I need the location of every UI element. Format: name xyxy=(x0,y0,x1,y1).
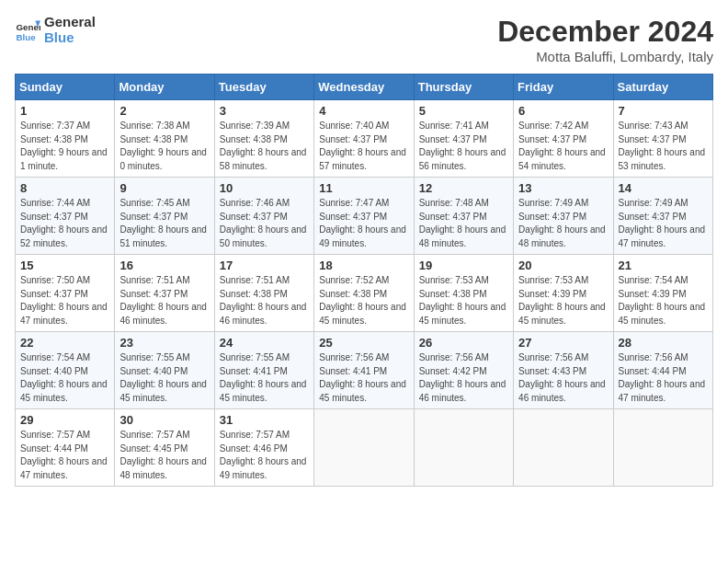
svg-text:Blue: Blue xyxy=(16,31,36,41)
weekday-header: Saturday xyxy=(613,75,712,100)
day-info: Sunrise: 7:45 AMSunset: 4:37 PMDaylight:… xyxy=(119,197,209,250)
header: General Blue General Blue December 2024 … xyxy=(15,15,713,64)
day-info: Sunrise: 7:38 AMSunset: 4:38 PMDaylight:… xyxy=(119,120,209,173)
calendar-week-row: 29Sunrise: 7:57 AMSunset: 4:44 PMDayligh… xyxy=(16,409,713,487)
calendar-cell: 26Sunrise: 7:56 AMSunset: 4:42 PMDayligh… xyxy=(414,332,513,409)
calendar-week-row: 8Sunrise: 7:44 AMSunset: 4:37 PMDaylight… xyxy=(16,178,713,255)
day-number: 23 xyxy=(119,336,209,350)
day-info: Sunrise: 7:56 AMSunset: 4:42 PMDaylight:… xyxy=(419,351,508,405)
day-number: 30 xyxy=(119,413,209,427)
logo-general: General xyxy=(44,15,96,30)
day-info: Sunrise: 7:54 AMSunset: 4:39 PMDaylight:… xyxy=(619,274,708,327)
day-number: 22 xyxy=(20,336,109,350)
location-title: Motta Baluffi, Lombardy, Italy xyxy=(497,49,713,64)
calendar-week-row: 1Sunrise: 7:37 AMSunset: 4:38 PMDaylight… xyxy=(16,100,713,178)
day-number: 25 xyxy=(319,336,408,350)
day-info: Sunrise: 7:48 AMSunset: 4:37 PMDaylight:… xyxy=(419,197,508,250)
calendar-cell: 6Sunrise: 7:42 AMSunset: 4:37 PMDaylight… xyxy=(514,100,613,178)
day-info: Sunrise: 7:41 AMSunset: 4:37 PMDaylight:… xyxy=(419,120,508,173)
day-number: 12 xyxy=(419,181,508,195)
calendar-cell: 4Sunrise: 7:40 AMSunset: 4:37 PMDaylight… xyxy=(314,100,414,178)
calendar-cell: 8Sunrise: 7:44 AMSunset: 4:37 PMDaylight… xyxy=(16,178,115,255)
weekday-header: Tuesday xyxy=(214,75,313,100)
day-number: 21 xyxy=(619,259,708,272)
day-number: 26 xyxy=(419,336,508,350)
calendar-cell: 24Sunrise: 7:55 AMSunset: 4:41 PMDayligh… xyxy=(214,332,313,409)
day-info: Sunrise: 7:44 AMSunset: 4:37 PMDaylight:… xyxy=(20,197,109,250)
calendar-cell: 18Sunrise: 7:52 AMSunset: 4:38 PMDayligh… xyxy=(314,255,414,332)
day-info: Sunrise: 7:50 AMSunset: 4:37 PMDaylight:… xyxy=(20,274,109,327)
calendar-week-row: 22Sunrise: 7:54 AMSunset: 4:40 PMDayligh… xyxy=(16,332,713,409)
day-number: 9 xyxy=(119,181,209,195)
day-info: Sunrise: 7:51 AMSunset: 4:37 PMDaylight:… xyxy=(119,274,209,327)
day-info: Sunrise: 7:54 AMSunset: 4:40 PMDaylight:… xyxy=(20,351,109,405)
day-info: Sunrise: 7:40 AMSunset: 4:37 PMDaylight:… xyxy=(319,120,408,173)
day-info: Sunrise: 7:55 AMSunset: 4:40 PMDaylight:… xyxy=(119,351,209,405)
day-info: Sunrise: 7:56 AMSunset: 4:44 PMDaylight:… xyxy=(619,351,708,405)
day-number: 18 xyxy=(319,259,408,272)
calendar-cell: 27Sunrise: 7:56 AMSunset: 4:43 PMDayligh… xyxy=(514,332,613,409)
day-number: 29 xyxy=(20,413,109,427)
day-number: 14 xyxy=(619,181,708,195)
day-info: Sunrise: 7:55 AMSunset: 4:41 PMDaylight:… xyxy=(220,351,309,405)
calendar-cell: 29Sunrise: 7:57 AMSunset: 4:44 PMDayligh… xyxy=(16,409,115,487)
day-info: Sunrise: 7:56 AMSunset: 4:41 PMDaylight:… xyxy=(319,351,408,405)
day-info: Sunrise: 7:53 AMSunset: 4:38 PMDaylight:… xyxy=(419,274,508,327)
day-info: Sunrise: 7:57 AMSunset: 4:46 PMDaylight:… xyxy=(220,429,309,482)
calendar-cell: 25Sunrise: 7:56 AMSunset: 4:41 PMDayligh… xyxy=(314,332,414,409)
calendar-table: SundayMondayTuesdayWednesdayThursdayFrid… xyxy=(15,74,713,487)
day-number: 3 xyxy=(220,104,309,118)
day-number: 10 xyxy=(220,181,309,195)
day-number: 28 xyxy=(619,336,708,350)
day-number: 17 xyxy=(220,259,309,272)
title-area: December 2024 Motta Baluffi, Lombardy, I… xyxy=(497,15,713,64)
calendar-cell: 10Sunrise: 7:46 AMSunset: 4:37 PMDayligh… xyxy=(214,178,313,255)
logo-blue: Blue xyxy=(44,30,96,46)
day-info: Sunrise: 7:57 AMSunset: 4:45 PMDaylight:… xyxy=(119,429,209,482)
day-info: Sunrise: 7:49 AMSunset: 4:37 PMDaylight:… xyxy=(518,197,608,250)
calendar-cell: 31Sunrise: 7:57 AMSunset: 4:46 PMDayligh… xyxy=(214,409,313,487)
calendar-cell: 21Sunrise: 7:54 AMSunset: 4:39 PMDayligh… xyxy=(613,255,712,332)
weekday-header: Thursday xyxy=(414,75,513,100)
logo: General Blue General Blue xyxy=(15,15,96,45)
calendar-cell: 11Sunrise: 7:47 AMSunset: 4:37 PMDayligh… xyxy=(314,178,414,255)
day-number: 7 xyxy=(619,104,708,118)
day-number: 13 xyxy=(518,181,608,195)
day-info: Sunrise: 7:47 AMSunset: 4:37 PMDaylight:… xyxy=(319,197,408,250)
calendar-cell: 23Sunrise: 7:55 AMSunset: 4:40 PMDayligh… xyxy=(115,332,214,409)
calendar-cell: 5Sunrise: 7:41 AMSunset: 4:37 PMDaylight… xyxy=(414,100,513,178)
day-number: 5 xyxy=(419,104,508,118)
calendar-cell: 17Sunrise: 7:51 AMSunset: 4:38 PMDayligh… xyxy=(214,255,313,332)
calendar-cell: 19Sunrise: 7:53 AMSunset: 4:38 PMDayligh… xyxy=(414,255,513,332)
calendar-week-row: 15Sunrise: 7:50 AMSunset: 4:37 PMDayligh… xyxy=(16,255,713,332)
weekday-header: Sunday xyxy=(16,75,115,100)
weekday-header: Friday xyxy=(514,75,613,100)
calendar-cell: 1Sunrise: 7:37 AMSunset: 4:38 PMDaylight… xyxy=(16,100,115,178)
day-number: 6 xyxy=(518,104,608,118)
day-number: 11 xyxy=(319,181,408,195)
calendar-cell xyxy=(314,409,414,487)
calendar-cell xyxy=(414,409,513,487)
calendar-cell: 15Sunrise: 7:50 AMSunset: 4:37 PMDayligh… xyxy=(16,255,115,332)
day-number: 31 xyxy=(220,413,309,427)
calendar-cell: 7Sunrise: 7:43 AMSunset: 4:37 PMDaylight… xyxy=(613,100,712,178)
calendar-cell: 9Sunrise: 7:45 AMSunset: 4:37 PMDaylight… xyxy=(115,178,214,255)
calendar-cell xyxy=(613,409,712,487)
calendar-cell: 12Sunrise: 7:48 AMSunset: 4:37 PMDayligh… xyxy=(414,178,513,255)
day-info: Sunrise: 7:43 AMSunset: 4:37 PMDaylight:… xyxy=(619,120,708,173)
day-info: Sunrise: 7:51 AMSunset: 4:38 PMDaylight:… xyxy=(220,274,309,327)
day-number: 15 xyxy=(20,259,109,272)
day-info: Sunrise: 7:42 AMSunset: 4:37 PMDaylight:… xyxy=(518,120,608,173)
day-number: 24 xyxy=(220,336,309,350)
day-number: 8 xyxy=(20,181,109,195)
weekday-header: Monday xyxy=(115,75,214,100)
calendar-cell: 30Sunrise: 7:57 AMSunset: 4:45 PMDayligh… xyxy=(115,409,214,487)
calendar-cell: 22Sunrise: 7:54 AMSunset: 4:40 PMDayligh… xyxy=(16,332,115,409)
day-info: Sunrise: 7:52 AMSunset: 4:38 PMDaylight:… xyxy=(319,274,408,327)
calendar-cell: 28Sunrise: 7:56 AMSunset: 4:44 PMDayligh… xyxy=(613,332,712,409)
calendar-cell xyxy=(514,409,613,487)
day-number: 4 xyxy=(319,104,408,118)
day-number: 2 xyxy=(119,104,209,118)
calendar-cell: 2Sunrise: 7:38 AMSunset: 4:38 PMDaylight… xyxy=(115,100,214,178)
day-info: Sunrise: 7:56 AMSunset: 4:43 PMDaylight:… xyxy=(518,351,608,405)
